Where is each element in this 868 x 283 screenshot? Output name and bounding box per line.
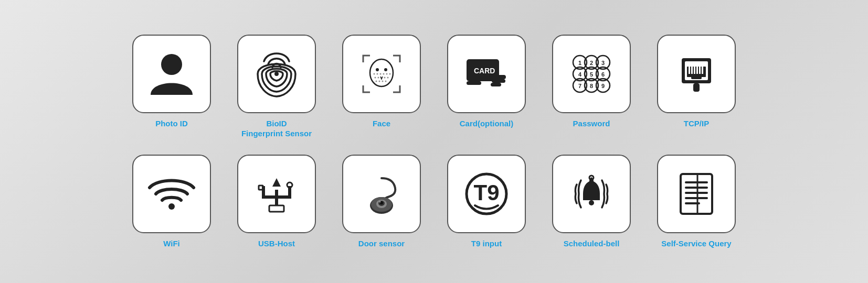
bell-label: Scheduled-bell [564, 238, 620, 249]
svg-rect-50 [696, 67, 698, 74]
svg-point-55 [168, 203, 175, 210]
feature-t9: T9 T9 input [444, 155, 528, 249]
svg-point-16 [376, 80, 377, 82]
bioid-label: BioIDFingerprint Sensor [241, 118, 312, 139]
person-icon [145, 48, 198, 100]
svg-point-2 [370, 59, 393, 86]
tcpip-icon [670, 48, 723, 100]
svg-rect-22 [489, 75, 506, 79]
svg-text:4: 4 [578, 71, 582, 77]
face-icon [355, 48, 408, 100]
password-icon-box: 1 2 3 4 5 6 7 8 9 [552, 35, 631, 113]
svg-point-11 [375, 77, 376, 78]
face-icon-box [342, 35, 421, 113]
feature-door: Door sensor [340, 155, 424, 249]
feature-password: 1 2 3 4 5 6 7 8 9 [549, 35, 633, 139]
wifi-icon-box [132, 155, 211, 233]
t9-icon: T9 [460, 168, 513, 220]
svg-point-12 [378, 77, 379, 78]
svg-rect-61 [259, 186, 263, 190]
photo-id-label: Photo ID [155, 118, 188, 129]
door-sensor-icon [355, 168, 408, 220]
svg-point-5 [374, 73, 375, 74]
feature-bell: Scheduled-bell [549, 155, 633, 249]
svg-point-6 [377, 73, 378, 74]
usb-icon-box [237, 155, 316, 233]
tcpip-icon-box [657, 35, 736, 113]
svg-text:7: 7 [578, 82, 581, 89]
svg-point-4 [384, 68, 387, 71]
svg-rect-53 [691, 77, 702, 79]
svg-rect-52 [702, 67, 703, 74]
svg-rect-23 [492, 79, 505, 83]
svg-point-18 [382, 80, 384, 82]
svg-rect-57 [262, 195, 291, 199]
door-icon-box [342, 155, 421, 233]
svg-text:2: 2 [590, 59, 593, 66]
door-label: Door sensor [358, 238, 405, 249]
usb-icon [250, 168, 303, 220]
password-icon: 1 2 3 4 5 6 7 8 9 [565, 48, 618, 100]
svg-rect-54 [693, 83, 700, 92]
svg-rect-49 [694, 67, 695, 74]
face-label: Face [373, 118, 390, 129]
query-icon-box [657, 155, 736, 233]
svg-point-69 [379, 201, 381, 202]
svg-rect-51 [699, 67, 701, 74]
features-grid: Photo ID BioIDFingerpri [98, 19, 770, 265]
feature-bioid: BioIDFingerprint Sensor [235, 35, 319, 139]
svg-point-17 [379, 80, 380, 82]
feature-card: CARD Card(optional) [444, 35, 528, 139]
svg-rect-63 [269, 205, 284, 212]
svg-point-3 [376, 68, 379, 71]
svg-point-0 [161, 54, 182, 75]
svg-point-9 [386, 73, 388, 74]
tcpip-label: TCP/IP [684, 118, 709, 129]
svg-text:9: 9 [601, 82, 605, 89]
feature-query: Self-Service Query [654, 155, 738, 249]
bell-icon [565, 168, 618, 220]
svg-point-1 [274, 72, 279, 76]
usb-label: USB-Host [258, 238, 295, 249]
svg-point-14 [384, 77, 386, 78]
feature-usb: USB-Host [235, 155, 319, 249]
query-icon [670, 168, 723, 220]
query-label: Self-Service Query [661, 238, 731, 249]
svg-text:5: 5 [590, 71, 593, 77]
svg-point-15 [387, 77, 389, 78]
svg-point-62 [287, 182, 292, 188]
t9-label: T9 input [471, 238, 502, 249]
svg-point-10 [389, 73, 391, 74]
svg-rect-25 [467, 81, 481, 85]
t9-icon-box: T9 [447, 155, 526, 233]
bell-icon-box [552, 155, 631, 233]
svg-text:T9: T9 [473, 180, 499, 205]
feature-face: Face [340, 35, 424, 139]
password-label: Password [573, 118, 610, 129]
wifi-icon [145, 168, 198, 220]
feature-photo-id: Photo ID [130, 35, 214, 139]
svg-point-7 [380, 73, 382, 74]
svg-point-19 [385, 80, 387, 82]
svg-rect-24 [491, 83, 501, 86]
bioid-icon-box [237, 35, 316, 113]
svg-text:CARD: CARD [474, 67, 495, 75]
feature-wifi: WiFi [130, 155, 214, 249]
svg-point-8 [383, 73, 385, 74]
fingerprint-icon [250, 48, 303, 100]
card-icon: CARD [460, 48, 513, 100]
svg-rect-48 [691, 67, 693, 74]
svg-text:1: 1 [578, 59, 581, 66]
svg-text:6: 6 [601, 71, 605, 77]
wifi-label: WiFi [163, 238, 180, 249]
svg-rect-47 [689, 67, 690, 74]
svg-point-72 [589, 200, 594, 205]
card-icon-box: CARD [447, 35, 526, 113]
feature-tcpip: TCP/IP [654, 35, 738, 139]
photo-id-icon-box [132, 35, 211, 113]
svg-text:8: 8 [590, 82, 593, 89]
svg-text:3: 3 [601, 59, 605, 66]
svg-marker-60 [272, 178, 281, 187]
card-label: Card(optional) [460, 118, 514, 129]
